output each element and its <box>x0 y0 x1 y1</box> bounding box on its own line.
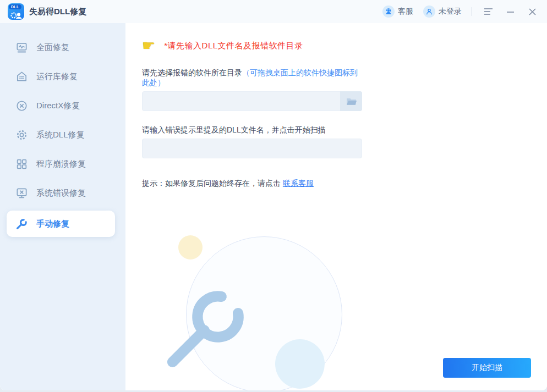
contact-service-link[interactable]: 联系客服 <box>283 179 314 187</box>
sidebar: 全面修复 运行库修复 <box>0 23 125 390</box>
main-panel: ☛ *请先输入DLL文件名及报错软件目录 请先选择报错的软件所在目录（可拖拽桌面… <box>125 23 547 390</box>
login-button[interactable]: 未登录 <box>423 5 462 18</box>
gear-icon <box>15 129 28 141</box>
login-state-label: 未登录 <box>439 7 462 16</box>
titlebar-divider <box>472 7 472 16</box>
logo-gear-face-icon <box>8 3 24 20</box>
software-directory-group: 请先选择报错的软件所在目录（可拖拽桌面上的软件快捷图标到此处） <box>142 68 362 111</box>
dll-filename-group: 请输入错误提示里提及的DLL文件名，并点击开始扫描 <box>142 125 362 158</box>
wrench-watermark-icon <box>157 280 254 377</box>
headset-icon <box>382 5 395 18</box>
close-icon <box>528 8 537 16</box>
sidebar-item-label: 运行库修复 <box>36 71 78 82</box>
decor-circle-blue <box>275 339 325 389</box>
app-logo: DLL <box>8 3 24 20</box>
title-bar: DLL 失易得DLL修复 客服 <box>0 0 547 23</box>
sidebar-item-label: 全面修复 <box>36 42 69 53</box>
sidebar-item-label: 程序崩溃修复 <box>36 159 86 169</box>
menu-icon <box>484 7 493 16</box>
minimize-button[interactable] <box>504 5 516 18</box>
notice-text: *请先输入DLL文件名及报错软件目录 <box>164 41 303 51</box>
app-title: 失易得DLL修复 <box>29 7 86 17</box>
runtime-library-icon <box>15 70 28 83</box>
browse-folder-button[interactable] <box>340 91 362 111</box>
sidebar-item-syserror-repair[interactable]: 系统错误修复 <box>0 179 125 208</box>
tip-text: 提示：如果修复后问题始终存在，请点击 <box>142 179 283 187</box>
sidebar-item-manual-repair[interactable]: 手动修复 <box>7 211 115 237</box>
monitor-error-icon <box>15 187 28 200</box>
folder-icon <box>346 97 357 106</box>
menu-button[interactable] <box>482 5 494 18</box>
app-window: DLL 失易得DLL修复 客服 <box>0 0 547 390</box>
sidebar-item-directx-repair[interactable]: DirectX修复 <box>0 91 125 120</box>
tip-row: 提示：如果修复后问题始终存在，请点击 联系客服 <box>142 179 547 189</box>
software-directory-label: 请先选择报错的软件所在目录（可拖拽桌面上的软件快捷图标到此处） <box>142 68 362 88</box>
minimize-icon <box>506 8 515 16</box>
pointing-hand-icon: ☛ <box>142 38 155 53</box>
sidebar-item-label: 系统错误修复 <box>36 188 86 198</box>
software-directory-input[interactable] <box>142 91 362 111</box>
sidebar-item-full-repair[interactable]: 全面修复 <box>0 33 125 62</box>
customer-service-label: 客服 <box>398 7 413 16</box>
dll-filename-label: 请输入错误提示里提及的DLL文件名，并点击开始扫描 <box>142 125 362 135</box>
sidebar-item-runtime-repair[interactable]: 运行库修复 <box>0 62 125 91</box>
notice-row: ☛ *请先输入DLL文件名及报错软件目录 <box>142 37 547 54</box>
dll-filename-input[interactable] <box>142 139 362 158</box>
user-icon <box>423 5 435 18</box>
sidebar-item-label: 手动修复 <box>36 219 69 229</box>
sidebar-item-systemdll-repair[interactable]: 系统DLL修复 <box>0 120 125 150</box>
wrench-icon <box>15 218 28 230</box>
close-button[interactable] <box>526 5 538 18</box>
sidebar-item-label: DirectX修复 <box>36 101 80 111</box>
start-scan-button[interactable]: 开始扫描 <box>443 358 531 378</box>
monitor-pulse-icon <box>15 41 28 54</box>
grid-icon <box>15 158 28 170</box>
decor-circle-yellow <box>178 235 203 260</box>
circle-x-icon <box>15 100 28 112</box>
sidebar-item-crash-repair[interactable]: 程序崩溃修复 <box>0 150 125 179</box>
software-directory-label-main: 请先选择报错的软件所在目录 <box>142 68 242 77</box>
titlebar-controls: 客服 未登录 <box>382 5 538 18</box>
sidebar-item-label: 系统DLL修复 <box>36 130 85 140</box>
customer-service-button[interactable]: 客服 <box>382 5 413 18</box>
